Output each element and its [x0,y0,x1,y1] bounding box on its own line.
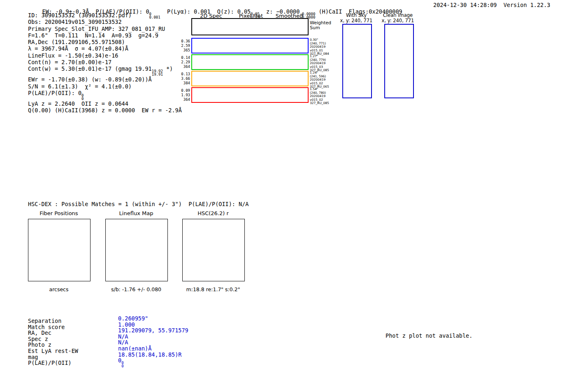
info-line-plae: P(LAE)/P(OII): 000 [28,90,182,100]
twod-flat-image [231,88,268,102]
info-line-lineflux: LineFlux = -1.50(±0.34)e-16 [28,52,182,59]
elixer-report-page: EW: -0.9±-0.3Å P(LAE)/P(OII): 000.001 P(… [0,0,576,392]
info-line-contw: Cont(w) = 5.30(±0.01)e-17 (gmag 19.9119.… [28,65,182,76]
hsc-cutout-title: HSC(26.2) r [182,210,244,216]
timestamp: 2024-12-30 14:28:09 [433,2,497,8]
lineflux-caption: s/b: -1.76 +/- 0.080 [101,286,171,292]
twod-row-4-weights: 0.091.93364 [180,88,190,102]
full-spectrum-chart [25,111,560,192]
twod-smoothed-image [269,39,305,53]
version: Version 1.22.3 [504,2,550,8]
twod-row-2-meta: 1.27"(240, 779)20200419v015_03327_RU_085 [310,55,329,72]
twod-row-1 [191,38,309,53]
info-line-lambda: λ = 3967.94Å σ = 4.07(±0.84)Å [28,45,182,52]
fiber-caption: arcsecs [28,286,90,292]
info-line-id: ID: 3090153532 (3090153532.pdf) [28,12,182,19]
hsc-caption: m:18.8 re:1.7" s:0.2" [178,286,248,292]
twod-smoothed-image [269,55,305,69]
info-line-primary: Primary Spec_Slot_IFU_AMP: 327_081_017_R… [28,26,182,32]
twod-flat-image [231,39,268,53]
twod-row-4-meta: 1.54"(240, 780)20200419v015_02327_RU_085 [310,88,329,105]
info-line-seeing: F=1.6" T=0.111 N=1.14 A=0.93 g=24.9 [28,32,182,39]
info-line-contn: Cont(n) = 2.70(±0.00)e-17 [28,59,182,65]
twod-row-2 [191,54,309,70]
twod-row-3-weights: 0.133.66384 [180,72,190,86]
twod-row-4 [191,87,309,103]
twod-smoothed-image [269,72,305,86]
info-line-sn: S/N = 6.1(±1.3) χ² = 4.1(±0.0) [28,83,182,90]
hscdex-match-line: HSC-DEX : Possible Matches = 1 (within +… [28,201,249,207]
twod-spec-image [192,55,229,69]
photz-note: Phot z plot not available. [386,332,472,339]
hsc-cutout-image [182,219,245,281]
withsky-image [342,24,372,98]
info-line-ewr: EWr = -1.70(±0.38) (w: -0.89(±0.20))Å [28,76,182,83]
twod-row-weighted [191,18,309,35]
twod-row-3-meta: 1.24"(241, 596)20200419v015_02327_RU_065 [310,71,329,89]
info-line-radec: RA,Dec (191.209106,55.971508) [28,39,182,45]
line-fit-inset-chart [422,17,541,93]
twod-flat-image [231,55,268,69]
match-table-labels: Separation Match score RA, Dec Spec z Ph… [28,318,78,366]
detection-info-block: ID: 3090153532 (3090153532.pdf) Obs: 202… [28,12,182,114]
twod-spec-image [192,88,229,102]
fiber-positions-title: Fiber Positions [28,210,90,216]
twod-smoothed-image [269,88,305,102]
twod-row-1-meta: 0.30"(240, 771)20200419v015_01327_RU_084 [310,38,329,56]
info-line-lyaz: LyA z = 2.2640 OII z = 0.0644 [28,100,182,107]
twod-row-3 [191,71,309,86]
twod-spec-image [192,19,229,35]
twod-spec-image [192,39,229,53]
header-timestamp-version: 2024-12-30 14:28:09 Version 1.22.3 [433,2,550,8]
weighted-sum-label: WeightedSum [310,21,331,30]
match-table-values: 0.260959" 1.000 191.209079, 55.971579 N/… [118,315,188,368]
info-line-obs: Obs: 20200419v015_3090153532 [28,19,182,25]
fiber-positions-image [28,219,91,281]
twod-row-2-weights: 0.142.29364 [180,56,190,69]
clean-image [384,24,414,98]
twod-smoothed-image [269,19,305,35]
clean-title: Clean Imagex, y: 240, 771 [373,13,423,23]
twod-flat-image [231,19,268,35]
lineflux-map-image [105,219,168,281]
lineflux-map-title: Lineflux Map [105,210,167,216]
twod-flat-image [231,72,268,86]
twod-spec-image [192,72,229,86]
twod-row-1-weights: 0.362.59365 [180,39,190,53]
